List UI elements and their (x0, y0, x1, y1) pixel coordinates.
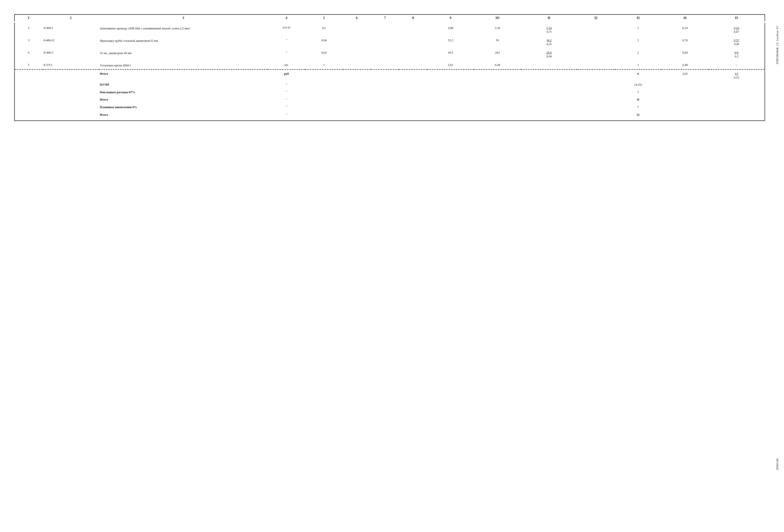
summary-nakladnie-label: Накладные расходы 87% (99, 88, 268, 96)
header-col3: 3 (99, 15, 268, 22)
summary-planovie-empty (305, 103, 615, 111)
summary-itogo3-empty2 (43, 111, 99, 121)
header-col12: I2 (577, 15, 615, 22)
summary-itogo3-empty1 (15, 111, 43, 121)
summary-nuchi-label: НУЧП (99, 81, 268, 88)
row4-col11-top: 26,6 (547, 51, 552, 55)
row5-unit: шт. (268, 60, 305, 69)
summary-nuchi-unit: " (268, 81, 305, 88)
summary-nakladnie-empty1 (15, 88, 43, 96)
row4-col10: 28,I (474, 48, 521, 60)
row4-col15-top: 0,8 (735, 51, 738, 55)
summary-planovie-col13: I (615, 103, 662, 111)
summary-itogo3-row: Итого " I2 (15, 111, 765, 121)
row4-col9: 64,I (427, 48, 474, 60)
row5-col5: I (305, 60, 342, 69)
summary-itogo1-label: Итого (99, 70, 268, 81)
row4-col15: 0,8 0,3 (708, 48, 765, 60)
header-col4: 4 (268, 15, 305, 22)
summary-planovie-col15 (708, 103, 765, 111)
row3-col15-bot: 0,I8 (734, 42, 739, 46)
summary-itogo3-col15 (708, 111, 765, 121)
row2-col11: 2,33 0,7I (521, 22, 577, 35)
row3-col6 (343, 35, 371, 48)
summary-nuchi-col15 (708, 81, 765, 88)
row4-unit: " (268, 48, 305, 60)
header-col5: 5 (305, 15, 342, 22)
row4-col15-bot: 0,3 (735, 55, 738, 58)
header-col6: 6 (343, 15, 371, 22)
row3-col15: 0,57 0,I8 (708, 35, 765, 48)
summary-itogo2-empty1 (15, 96, 43, 103)
table-row: 5 8-37I-I Установка щитка ШМ-I шт. I I,0… (15, 60, 765, 69)
summary-itogo3-col13: I2 (615, 111, 662, 121)
row2-unit: IOO М (268, 22, 305, 35)
summary-planovie-row: Плановые накопления 8% " I (15, 103, 765, 111)
row3-unit: " (268, 35, 305, 48)
row2-col15: 0,23 0,07 (708, 22, 765, 35)
row4-desc: То же, диаметром 40 мм (99, 48, 268, 60)
header-row: I 2 3 4 5 6 7 8 9 IO II I2 I3 I4 I5 (15, 15, 765, 22)
side-text-top: ТПРЗЮФЖ.15 Альбом VI (776, 26, 779, 64)
summary-itogo2-empty (305, 96, 615, 103)
header-col10: IO (474, 15, 521, 22)
row4-col5: 0,03 (305, 48, 342, 60)
summary-itogo1-col15: I,6 0,55 (708, 70, 765, 81)
row5-num: 5 (15, 60, 43, 69)
summary-itogo2-col14 (662, 96, 709, 103)
row2-col11-stacked: 2,33 0,7I (522, 26, 576, 34)
summary-nakladnie-empty (305, 88, 615, 96)
row2-col15-top: 0,23 (734, 26, 739, 30)
summary-itogo3-label: Итого (99, 111, 268, 121)
row2-col12 (577, 22, 615, 35)
summary-nuchi-empty2 (43, 81, 99, 88)
row4-num: 4 (15, 48, 43, 60)
summary-itogo3-empty (305, 111, 615, 121)
summary-itogo1-col15-bot: 0,55 (734, 76, 739, 79)
table-row: 4 8-406-2 То же, диаметром 40 мм " 0,03 … (15, 48, 765, 60)
summary-planovie-empty1 (15, 103, 43, 111)
summary-itogo1-unit: руб (268, 70, 305, 81)
row5-col8 (399, 60, 427, 69)
row4-col11: 26,6 9,94 (521, 48, 577, 60)
row3-col11-top: I4,2 (547, 38, 552, 42)
row5-col12 (577, 60, 615, 69)
row5-code: 8-37I-I (43, 60, 99, 69)
summary-itogo3-unit: " (268, 111, 305, 121)
row4-code: 8-406-2 (43, 48, 99, 60)
row3-col14: 0,76 (662, 35, 709, 48)
summary-itogo2-empty2 (43, 96, 99, 103)
row2-col9: 4,88 (427, 22, 474, 35)
summary-itogo1-empty (305, 70, 615, 81)
summary-empty1 (15, 70, 43, 81)
row4-col6 (343, 48, 371, 60)
summary-nakladnie-col14 (662, 88, 709, 96)
summary-nuchi-empty (305, 81, 615, 88)
row5-col14: 0,48 (662, 60, 709, 69)
summary-nakladnie-empty2 (43, 88, 99, 96)
summary-itogo2-unit: " (268, 96, 305, 103)
row2-col15-bot: 0,07 (734, 30, 739, 34)
row3-desc: Прокладка трубн стальной диаметром I5 мм (99, 35, 268, 48)
summary-itogo2-col13: II (615, 96, 662, 103)
row5-col15: – (708, 60, 765, 69)
row2-num: 2 (15, 22, 43, 35)
row3-col11: I4,2 4,55 (521, 35, 577, 48)
row3-col9: 52,3 (427, 35, 474, 48)
row2-col7 (371, 22, 399, 35)
summary-nuchi-empty1 (15, 81, 43, 88)
row3-col10: I9 (474, 35, 521, 48)
summary-nakladnie-col13: 5 (615, 88, 662, 96)
summary-itogo2-label: Итого (99, 96, 268, 103)
summary-itogo1-col15-top: I,6 (735, 72, 738, 76)
header-col13: I3 (615, 15, 662, 22)
summary-nakladnie-col15 (708, 88, 765, 96)
summary-itogo3-col14 (662, 111, 709, 121)
row5-col6 (343, 60, 371, 69)
header-col1: I (15, 15, 43, 22)
row3-col13: 2 (615, 35, 662, 48)
row3-col7 (371, 35, 399, 48)
summary-itogo1-row: Итого руб 6 2,65 I,6 0,55 (15, 70, 765, 81)
row5-col7 (371, 60, 399, 69)
main-table: I 2 3 4 5 6 7 8 9 IO II I2 I3 I4 I5 2 8-… (14, 14, 765, 121)
